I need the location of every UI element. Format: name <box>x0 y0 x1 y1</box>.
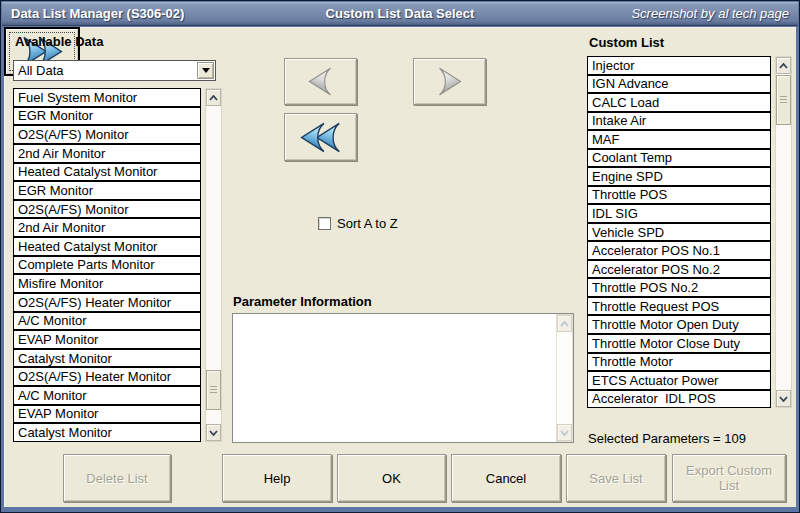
list-item[interactable]: IGN Advance <box>587 75 771 94</box>
scroll-up-button[interactable] <box>557 315 572 332</box>
list-item[interactable]: EVAP Monitor <box>13 330 201 349</box>
list-item[interactable]: Catalyst Monitor <box>13 423 201 442</box>
list-item[interactable]: EGR Monitor <box>13 107 201 126</box>
custom-list-label: Custom List <box>589 35 664 50</box>
custom-list-rows: InjectorIGN AdvanceCALC LoadIntake AirMA… <box>587 56 771 408</box>
scroll-down-button[interactable] <box>776 390 791 407</box>
save-list-button[interactable]: Save List <box>566 454 666 502</box>
sort-checkbox[interactable] <box>318 217 331 230</box>
export-custom-list-button[interactable]: Export Custom List <box>672 454 786 502</box>
list-item[interactable]: Fuel System Monitor <box>13 88 201 107</box>
list-item[interactable]: IDL SIG <box>587 204 771 223</box>
list-item[interactable]: Engine SPD <box>587 167 771 186</box>
scroll-down-icon <box>209 430 218 436</box>
scroll-up-button[interactable] <box>206 89 221 106</box>
selected-parameters-count: Selected Parameters = 109 <box>588 431 746 446</box>
list-item[interactable]: 2nd Air Monitor <box>13 144 201 163</box>
move-right-button[interactable] <box>413 58 486 105</box>
list-item[interactable]: Heated Catalyst Monitor <box>13 163 201 182</box>
parameter-info-scrollbar[interactable] <box>556 314 573 442</box>
scrollbar-thumb[interactable] <box>206 370 221 410</box>
list-item[interactable]: 2nd Air Monitor <box>13 218 201 237</box>
scroll-down-button[interactable] <box>557 424 572 441</box>
parameter-info-text <box>233 314 556 442</box>
list-item[interactable]: Accelerator POS No.2 <box>587 260 771 279</box>
scroll-down-icon <box>779 396 788 402</box>
list-item[interactable]: Throttle Motor Close Duty <box>587 334 771 353</box>
parameter-info-box[interactable] <box>232 313 574 443</box>
list-item[interactable]: Catalyst Monitor <box>13 349 201 368</box>
list-item[interactable]: Misfire Monitor <box>13 274 201 293</box>
help-button[interactable]: Help <box>222 454 332 502</box>
scroll-up-button[interactable] <box>776 57 791 74</box>
scroll-up-icon <box>779 63 788 69</box>
list-item[interactable]: Accelerator POS No.1 <box>587 241 771 260</box>
list-item[interactable]: Throttle Request POS <box>587 297 771 316</box>
scroll-down-icon <box>560 430 569 436</box>
list-item[interactable]: Complete Parts Monitor <box>13 256 201 275</box>
dropdown-arrow-icon <box>202 68 210 73</box>
available-data-list: Fuel System MonitorEGR MonitorO2S(A/FS) … <box>13 88 222 442</box>
ok-button[interactable]: OK <box>337 454 446 502</box>
sort-option: Sort A to Z <box>318 216 398 231</box>
list-item[interactable]: Vehicle SPD <box>587 223 771 242</box>
list-item[interactable]: Intake Air <box>587 112 771 131</box>
dialog-window: Data List Manager (S306-02) Custom List … <box>0 0 800 513</box>
list-item[interactable]: Heated Catalyst Monitor <box>13 237 201 256</box>
list-item[interactable]: O2S(A/FS) Monitor <box>13 200 201 219</box>
list-item[interactable]: Accelerator IDL POS <box>587 390 771 409</box>
list-item[interactable]: EVAP Monitor <box>13 405 201 424</box>
list-item[interactable]: Coolant Temp <box>587 149 771 168</box>
scroll-up-icon <box>209 95 218 101</box>
list-item[interactable]: MAF <box>587 130 771 149</box>
list-item[interactable]: CALC Load <box>587 93 771 112</box>
dropdown-arrow-button[interactable] <box>197 62 214 79</box>
list-item[interactable]: O2S(A/FS) Monitor <box>13 125 201 144</box>
scroll-down-button[interactable] <box>206 424 221 441</box>
list-item[interactable]: O2S(A/FS) Heater Monitor <box>13 293 201 312</box>
move-all-left-button[interactable] <box>284 113 357 161</box>
watermark-text: Screenshot by al tech page <box>631 6 789 21</box>
title-bar: Data List Manager (S306-02) Custom List … <box>2 2 798 26</box>
cancel-button[interactable]: Cancel <box>451 454 561 502</box>
list-item[interactable]: Injector <box>587 56 771 75</box>
thumb-grip <box>780 96 787 104</box>
list-item[interactable]: Throttle POS No.2 <box>587 278 771 297</box>
list-item[interactable]: Throttle Motor <box>587 353 771 372</box>
sort-checkbox-label: Sort A to Z <box>337 216 398 231</box>
list-item[interactable]: A/C Monitor <box>13 312 201 331</box>
custom-list-scrollbar[interactable] <box>775 56 792 408</box>
list-item[interactable]: A/C Monitor <box>13 386 201 405</box>
list-item[interactable]: O2S(A/FS) Heater Monitor <box>13 367 201 386</box>
move-left-button[interactable] <box>284 58 357 105</box>
available-list-scrollbar[interactable] <box>205 88 222 442</box>
scrollbar-thumb[interactable] <box>776 75 791 125</box>
move-left-icon <box>307 66 334 97</box>
list-item[interactable]: ETCS Actuator Power <box>587 371 771 390</box>
list-item[interactable]: Throttle Motor Open Duty <box>587 315 771 334</box>
dialog-body: Available Data All Data Fuel System Moni… <box>4 27 796 507</box>
parameter-info-label: Parameter Information <box>233 294 372 309</box>
list-item[interactable]: Throttle POS <box>587 186 771 205</box>
delete-list-button[interactable]: Delete List <box>63 454 171 502</box>
custom-list: InjectorIGN AdvanceCALC LoadIntake AirMA… <box>587 56 792 408</box>
data-filter-value: All Data <box>18 63 64 78</box>
available-data-rows: Fuel System MonitorEGR MonitorO2S(A/FS) … <box>13 88 201 442</box>
available-data-label: Available Data <box>15 34 103 49</box>
thumb-grip <box>210 386 217 394</box>
data-filter-dropdown[interactable]: All Data <box>13 60 216 81</box>
list-item[interactable]: EGR Monitor <box>13 181 201 200</box>
scroll-up-icon <box>560 321 569 327</box>
move-right-icon <box>436 66 463 97</box>
move-all-left-icon <box>298 121 344 154</box>
